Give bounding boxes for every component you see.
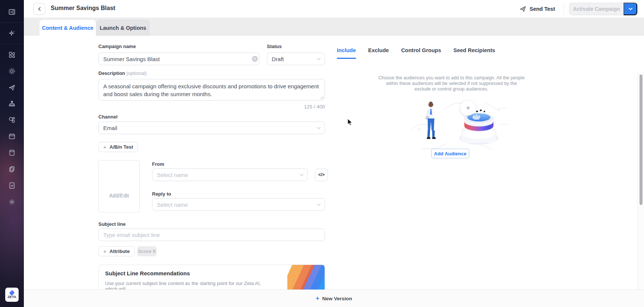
score-it-label: Score It [138, 249, 156, 254]
layers-icon[interactable] [8, 165, 16, 173]
tab-launch-options[interactable]: Launch & Options [97, 20, 149, 36]
person-illustration [423, 101, 439, 142]
tab-include[interactable]: Include [337, 47, 356, 59]
channel-value: Email [103, 125, 117, 131]
resize-grip[interactable] [320, 96, 323, 99]
page-title: Summer Savings Blast [51, 5, 115, 12]
code-icon: </> [318, 172, 325, 177]
send-test-button[interactable]: Send Test [520, 4, 555, 14]
activate-campaign-caret-button[interactable] [624, 3, 637, 15]
chevron-down-icon [628, 7, 633, 10]
gradient-art [287, 265, 325, 289]
report-document-icon[interactable] [8, 182, 16, 189]
add-audience-button[interactable]: Add Audience [431, 149, 469, 158]
tab-exclude[interactable]: Exclude [368, 47, 389, 59]
tab-seed-recipients[interactable]: Seed Recipients [454, 47, 495, 59]
abn-test-label: A/B/n Test [110, 144, 133, 150]
add-edit-label: Add/Edit [99, 193, 139, 199]
from-label: From [152, 161, 164, 167]
audience-tabs: Include Exclude Control Groups Seed Reci… [337, 47, 495, 59]
target-icon[interactable] [8, 67, 16, 75]
back-button[interactable] [34, 3, 45, 15]
subject-line-input[interactable] [98, 228, 325, 241]
attribute-label: Attribute [110, 249, 130, 254]
zeta-logo-text: ZETA [7, 295, 16, 299]
header-divider [564, 3, 564, 15]
optional-hint: (optional) [126, 70, 146, 76]
tab-content-audience[interactable]: Content & Audience [40, 20, 96, 36]
channel-select[interactable]: Email [98, 121, 325, 134]
subject-line-recommendations-card[interactable]: Subject Line Recommendations Use your cu… [98, 265, 325, 289]
reply-to-select[interactable]: Select name [152, 198, 325, 211]
add-audience-plus-icon[interactable]: + [461, 101, 476, 115]
sitemap-icon[interactable] [8, 100, 16, 108]
clear-input-icon[interactable]: ✕ [252, 56, 258, 62]
recommendations-subtitle: Use your current subject line content as… [105, 281, 265, 289]
activate-campaign-label: Activate Campaign [573, 6, 620, 12]
audience-illustration: + [388, 98, 511, 151]
plus-icon: + [103, 144, 107, 150]
top-header: Summer Savings Blast Send Test Activate … [24, 0, 644, 18]
scrollbar-track[interactable] [638, 72, 644, 307]
from-placeholder: Select name [157, 172, 188, 178]
reply-to-label: Reply to [152, 191, 171, 197]
activate-campaign-button[interactable]: Activate Campaign [569, 3, 624, 15]
description-label: Description (optional) [98, 70, 146, 76]
description-textarea[interactable]: A seasonal campaign offering exclusive d… [98, 79, 325, 101]
send-campaign-icon[interactable] [8, 84, 16, 91]
chevron-left-icon [38, 7, 41, 11]
new-version-button[interactable]: + New Version [316, 295, 352, 301]
abn-test-button[interactable]: + A/B/n Test [98, 142, 138, 152]
recommendations-title: Subject Line Recommendations [105, 270, 190, 276]
database-icon[interactable] [8, 149, 16, 156]
tab-launch-options-label: Launch & Options [100, 25, 146, 31]
attribute-button[interactable]: + Attribute [98, 246, 135, 256]
creative-add-edit-box[interactable]: Add/Edit [98, 160, 140, 212]
new-version-label: New Version [322, 296, 352, 301]
calendar-icon[interactable] [8, 133, 16, 140]
paper-plane-icon [520, 6, 526, 12]
audience-description: Choose the audiences you want to add to … [378, 75, 525, 92]
platform-illustration [388, 98, 511, 151]
channel-label: Channel [98, 114, 117, 120]
description-value: A seasonal campaign offering exclusive d… [103, 83, 319, 97]
status-value: Draft [272, 56, 284, 62]
add-audience-label: Add Audience [434, 151, 467, 156]
from-select[interactable]: Select name [152, 168, 308, 181]
score-it-button[interactable]: Score It [137, 246, 157, 256]
plus-icon: + [103, 249, 107, 254]
sidebar-divider [0, 22, 24, 23]
main-content: Campaign name ✕ Status Draft Description… [24, 36, 644, 289]
campaign-name-input[interactable] [98, 53, 259, 65]
scrollbar-thumb[interactable] [640, 75, 643, 205]
campaign-editor-page: ZETA Summer Savings Blast Send Test Acti… [0, 0, 644, 307]
char-counter: 125 / 400 [269, 104, 325, 110]
code-view-button[interactable]: </> [315, 168, 328, 181]
top-tab-strip: Content & Audience Launch & Options [24, 18, 644, 36]
version-footer: + New Version [24, 289, 644, 307]
collapse-panel-icon[interactable] [8, 8, 16, 16]
status-select[interactable]: Draft [267, 53, 325, 65]
sidebar: ZETA [0, 0, 24, 307]
tab-content-audience-label: Content & Audience [42, 25, 93, 31]
send-test-label: Send Test [530, 6, 555, 12]
status-label: Status [267, 44, 282, 49]
zeta-logo[interactable]: ZETA [5, 288, 19, 302]
sidebar-divider [0, 44, 24, 44]
subject-line-label: Subject line [98, 221, 126, 227]
audiences-bubbles-icon[interactable] [8, 116, 16, 124]
reply-to-placeholder: Select name [157, 202, 188, 208]
tab-control-groups[interactable]: Control Groups [401, 47, 441, 59]
dashboard-icon[interactable] [8, 51, 16, 58]
ai-sparkle-icon[interactable] [8, 30, 16, 37]
settings-gear-icon[interactable] [8, 198, 16, 206]
plus-icon: + [316, 295, 319, 301]
campaign-name-label: Campaign name [98, 44, 136, 49]
